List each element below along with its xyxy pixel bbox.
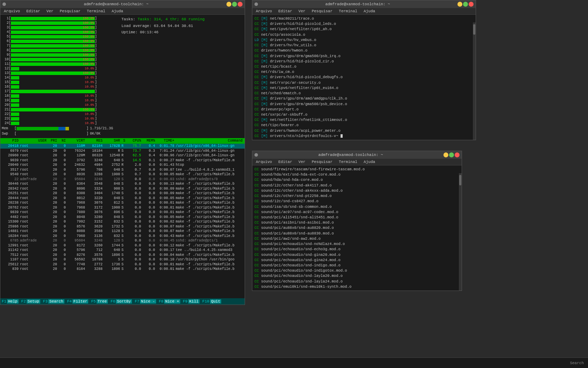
- table-row[interactable]: 25612 root 20 0 7748 2772 1736 S 0.0 0.0…: [0, 262, 245, 267]
- taskbar-search[interactable]: Search: [566, 360, 588, 367]
- table-row[interactable]: 29040 root 20 0 24632 4984 2752 R 2.0 0.…: [0, 163, 245, 168]
- fkey-f9[interactable]: F9Kill: [182, 299, 201, 304]
- col-cmd[interactable]: Command: [175, 138, 243, 143]
- cpu-bar-18: 10.0%: [11, 94, 95, 98]
- cpu-row-1: 1 [ 100.0% ]: [2, 16, 117, 21]
- fkey-f8[interactable]: F8Nice +: [158, 299, 182, 304]
- fkey-f7[interactable]: F7Nice -: [133, 299, 158, 304]
- term1-controls[interactable]: [457, 2, 474, 7]
- term2-scrollbar[interactable]: [459, 173, 462, 291]
- cpu-row-9: 9 [ 100.0% ]: [2, 53, 117, 57]
- table-row[interactable]: 6979 root 20 0 76324 18184 R S 73.7 0.3 …: [0, 149, 245, 154]
- cpu-row-13: 13 [ 100.0% ]: [2, 71, 117, 75]
- minimize-button[interactable]: [226, 2, 231, 7]
- table-row[interactable]: 839 root 20 0 8164 3288 1896 S 0.0 0.0 0…: [0, 267, 245, 272]
- table-row[interactable]: 15300 root 20 0 7992 3152 832 S 0.0 0.0 …: [0, 219, 245, 224]
- t2-menu-pesquisar[interactable]: Pesquisar: [310, 159, 334, 164]
- table-row[interactable]: 1107 root 20 0 56592 18788 S S 0.0 0.0 0…: [0, 257, 245, 262]
- table-row[interactable]: 31142 root 20 0 5796 712 640 S 0.0 0.0 0…: [0, 248, 245, 253]
- t1-menu-terminal[interactable]: Terminal: [337, 9, 359, 14]
- htop-titlebar: admfrade@xanmod-toolchain: ~: [0, 0, 245, 8]
- fkey-f4[interactable]: F4Filter: [66, 299, 90, 304]
- fkey-f10[interactable]: F10Quit: [201, 299, 223, 304]
- menu-editar[interactable]: Editar: [25, 9, 42, 14]
- list-item: CC net/tipc/bcast.o: [254, 64, 474, 69]
- t2-menu-terminal[interactable]: Terminal: [337, 159, 359, 164]
- menu-ver[interactable]: Ver: [45, 9, 55, 14]
- table-row[interactable]: 6785 admfrade 20 0 95604 3248 120 S 0.0 …: [0, 238, 245, 243]
- list-item: CC sound/pci/asibni/snd-asiboi.mod.o: [254, 220, 460, 225]
- cpu-row-6: 6 [ 100.0% ]: [2, 39, 117, 43]
- list-item: CC [M] net/mac80211/trace.o: [254, 16, 474, 21]
- list-item: CC [M] drivers/hv/hv_utils.o: [254, 43, 474, 48]
- table-row[interactable]: 20762 root 20 0 7968 3172 1900 S 0.0 0.0…: [0, 205, 245, 210]
- table-row[interactable]: 26251 root 20 0 8308 3404 1740 S 0.0 0.0…: [0, 191, 245, 196]
- menu-arquivo[interactable]: Arquivo: [2, 9, 21, 14]
- table-row[interactable]: 20418 root 20 0 110M 82184 1782B R 75.7 …: [0, 144, 245, 149]
- col-res[interactable]: RES: [86, 138, 103, 143]
- list-item: LD [M] drivers/hv/hv_vmbus.o: [254, 38, 474, 43]
- cpu-bar-23: 10.0%: [11, 117, 95, 121]
- col-pri[interactable]: PRI: [47, 138, 58, 143]
- col-cpu[interactable]: CPU%: [126, 138, 142, 143]
- cpu-bars: 1 [ 100.0% ] 2 [ 100.0% ] 3 [ 100.0% ] 4…: [2, 16, 117, 125]
- term1-scrollbar-thumb[interactable]: [473, 24, 475, 35]
- t1-maximize[interactable]: [463, 2, 468, 7]
- fkey-f3[interactable]: F3Search: [42, 299, 66, 304]
- term1-scrollbar[interactable]: [473, 22, 476, 140]
- table-row[interactable]: 14881 root 20 0 8088 3588 1128 S 0.0 0.0…: [0, 229, 245, 234]
- t1-menu-ajuda[interactable]: Ajuda: [362, 9, 377, 14]
- t2-close[interactable]: [455, 152, 460, 157]
- col-mem[interactable]: MEM%: [142, 138, 156, 143]
- t2-menu-arquivo[interactable]: Arquivo: [254, 159, 273, 164]
- table-row[interactable]: 20960 root 20 0 120M 86328 12540 R 62.5 …: [0, 153, 245, 158]
- fkey-f2[interactable]: F2Setup: [20, 299, 42, 304]
- col-s[interactable]: S: [121, 138, 126, 143]
- menu-terminal[interactable]: Terminal: [85, 9, 107, 14]
- col-shr[interactable]: SHR: [103, 138, 121, 143]
- table-row[interactable]: 10284 root 20 0 7960 3136 832 S 0.0 0.0 …: [0, 234, 245, 239]
- fkey-f6[interactable]: F6SortBy: [109, 299, 133, 304]
- table-row[interactable]: 7512 root 20 0 8276 3576 1896 S 0.0 0.0 …: [0, 253, 245, 258]
- t1-minimize[interactable]: [457, 2, 462, 7]
- term2-scrollbar-thumb[interactable]: [459, 175, 461, 185]
- table-row[interactable]: 20342 root 20 0 8096 3324 900 S 0.0 0.0 …: [0, 186, 245, 191]
- col-user[interactable]: USER: [19, 138, 47, 143]
- table-row[interactable]: 9839 root 20 0 7880 3076 896 S 0.0 0.0 0…: [0, 210, 245, 215]
- t1-menu-ver[interactable]: Ver: [297, 9, 307, 14]
- t2-maximize[interactable]: [449, 152, 454, 157]
- htop-controls[interactable]: [226, 2, 243, 7]
- t2-minimize[interactable]: [443, 152, 448, 157]
- mem-bar: [16, 127, 86, 130]
- term2-controls[interactable]: [443, 152, 460, 157]
- fkey-f1[interactable]: F1Help: [0, 299, 20, 304]
- t2-menu-ajuda[interactable]: Ajuda: [362, 159, 377, 164]
- menu-pesquisar[interactable]: Pesquisar: [58, 9, 82, 14]
- table-row[interactable]: 25986 root 20 0 8576 3620 1732 S 0.0 0.0…: [0, 224, 245, 229]
- col-time[interactable]: TIME+: [156, 138, 175, 143]
- t1-close[interactable]: [469, 2, 474, 7]
- col-pid[interactable]: PID: [2, 138, 19, 143]
- t1-menu-editar[interactable]: Editar: [277, 9, 294, 14]
- table-row[interactable]: 20444 root 20 0 8012 3220 840 S 0.0 0.0 …: [0, 196, 245, 201]
- t2-menu-ver[interactable]: Ver: [297, 159, 307, 164]
- menu-ajuda[interactable]: Ajuda: [110, 9, 125, 14]
- t2-menu-editar[interactable]: Editar: [277, 159, 294, 164]
- close-button[interactable]: [238, 2, 243, 7]
- col-ni[interactable]: NI: [58, 138, 66, 143]
- fkey-f5[interactable]: F5Tree: [90, 299, 109, 304]
- t1-menu-pesquisar[interactable]: Pesquisar: [310, 9, 334, 14]
- t1-menu-arquivo[interactable]: Arquivo: [254, 9, 273, 14]
- table-row[interactable]: 22 admfrade 20 0 95604 3248 120 S 0.0 0.…: [0, 177, 245, 182]
- table-row[interactable]: 30446 root 20 0 8364 3548 848 S 0.0 0.0 …: [0, 182, 245, 186]
- swp-value: 0K/0K: [90, 131, 100, 136]
- table-row[interactable]: 9540 root 20 0 8036 3288 1900 S 0.7 0.0 …: [0, 172, 245, 177]
- table-row[interactable]: 9039 root 20 0 3792 3248 640 S 14.5 0.1 …: [0, 158, 245, 163]
- maximize-button[interactable]: [232, 2, 237, 7]
- col-virt[interactable]: VIRT: [66, 138, 86, 143]
- table-row[interactable]: 12991 root 20 0 8172 3260 1744 S 0.0 0.0…: [0, 243, 245, 248]
- table-row[interactable]: 20238 root 20 0 7968 3076 812 S 0.0 0.0 …: [0, 200, 245, 205]
- table-row[interactable]: 4482 root 20 0 8048 3280 848 S 0.0 0.0 0…: [0, 215, 245, 220]
- htop-title: admfrade@xanmod-toolchain: ~: [8, 2, 224, 6]
- table-row[interactable]: 3517 root 20 0 5796 708 640 S 0.7 0.0 0:…: [0, 168, 245, 172]
